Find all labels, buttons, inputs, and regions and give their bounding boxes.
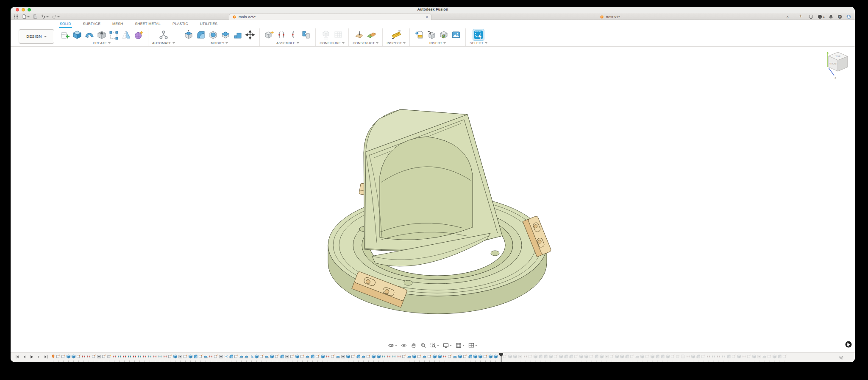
move-button[interactable] xyxy=(245,29,256,40)
timeline-feature-joint[interactable] xyxy=(153,354,157,360)
offset-plane-button[interactable] xyxy=(354,29,365,40)
timeline-feature-joint2[interactable] xyxy=(381,354,386,360)
timeline-feature-revolve[interactable] xyxy=(453,354,457,360)
suppressed-timeline-feature-fillet[interactable] xyxy=(660,354,665,360)
offset-face-button[interactable] xyxy=(220,29,231,40)
suppressed-timeline-feature-sketch[interactable] xyxy=(701,354,706,360)
suppressed-timeline-feature-hole[interactable] xyxy=(518,354,523,360)
derive-button[interactable] xyxy=(426,29,437,40)
timeline-feature-extrude[interactable] xyxy=(371,354,376,360)
insert-mcmaster-button[interactable]: M xyxy=(438,29,449,40)
workspace-switcher-button[interactable]: DESIGN xyxy=(19,29,54,44)
timeline-feature-revolve[interactable] xyxy=(239,354,244,360)
timeline-feature-joint[interactable] xyxy=(142,354,147,360)
notifications-icon[interactable]: 1 xyxy=(817,14,825,20)
timeline-feature-sketch[interactable] xyxy=(61,354,66,360)
ribbon-group-label[interactable]: INSPECT xyxy=(387,41,402,45)
insert-svg-button[interactable] xyxy=(414,29,425,40)
suppressed-timeline-feature-extrude[interactable] xyxy=(548,354,553,360)
document-tab-active[interactable]: main v25* × xyxy=(229,14,431,20)
timeline-feature-extrude[interactable] xyxy=(437,354,442,360)
zoom-button[interactable] xyxy=(420,342,427,349)
timeline-feature-extrude[interactable] xyxy=(478,354,483,360)
suppressed-timeline-feature-fillet[interactable] xyxy=(594,354,599,360)
profile-icon[interactable] xyxy=(846,14,851,20)
timeline-feature-joint[interactable] xyxy=(112,354,117,360)
timeline-feature-sketch[interactable] xyxy=(76,354,81,360)
suppressed-timeline-feature-fillet[interactable] xyxy=(569,354,573,360)
timeline-feature-sketch[interactable] xyxy=(275,354,279,360)
file-button[interactable] xyxy=(22,14,30,19)
timeline-feature-sketch[interactable] xyxy=(417,354,422,360)
application-grid-button[interactable] xyxy=(14,14,19,19)
suppressed-timeline-feature-sketch[interactable] xyxy=(589,354,594,360)
3d-viewport[interactable]: TOP FRONT Z xyxy=(11,47,855,352)
alerts-icon[interactable] xyxy=(828,14,834,20)
timeline-feature-sketch[interactable] xyxy=(463,354,467,360)
suppressed-timeline-feature-fillet[interactable] xyxy=(777,354,782,360)
suppressed-timeline-feature-joint[interactable] xyxy=(716,354,721,360)
timeline-playhead[interactable] xyxy=(499,353,504,362)
timeline-feature-joint2[interactable] xyxy=(117,354,122,360)
timeline-feature-joint2[interactable] xyxy=(158,354,162,360)
timeline-feature-sketch[interactable] xyxy=(315,354,320,360)
timeline-feature-revolve[interactable] xyxy=(422,354,427,360)
orbit-button[interactable] xyxy=(388,342,398,349)
timeline-feature-sketch[interactable] xyxy=(56,354,61,360)
timeline-feature-sketch[interactable] xyxy=(214,354,218,360)
form-button[interactable] xyxy=(133,29,144,40)
ribbon-group-label[interactable]: INSERT xyxy=(429,41,442,45)
suppressed-timeline-feature-fillet[interactable] xyxy=(564,354,568,360)
timeline-feature-extrude[interactable] xyxy=(473,354,478,360)
suppressed-timeline-feature-joint[interactable] xyxy=(686,354,690,360)
timeline-feature-joint[interactable] xyxy=(442,354,447,360)
timeline-feature-hole[interactable] xyxy=(97,354,101,360)
suppressed-timeline-feature-fillet[interactable] xyxy=(625,354,629,360)
help-icon[interactable]: ? xyxy=(837,14,843,20)
suppressed-timeline-feature-sketch[interactable] xyxy=(747,354,751,360)
ribbon-tab-sheet-metal[interactable]: SHEET METAL xyxy=(134,21,161,28)
suppressed-timeline-feature-revolve[interactable] xyxy=(635,354,640,360)
suppressed-timeline-feature-sketch[interactable] xyxy=(645,354,650,360)
ribbon-group-label[interactable]: MODIFY xyxy=(211,41,224,45)
new-component-button[interactable] xyxy=(264,29,275,40)
timeline-feature-sketch[interactable] xyxy=(300,354,305,360)
timeline-feature-sketch[interactable] xyxy=(168,354,172,360)
redo-button[interactable] xyxy=(52,14,60,19)
timeline-feature-revolve[interactable] xyxy=(361,354,366,360)
timeline-feature-extrude[interactable] xyxy=(295,354,300,360)
timeline-feature-sketch[interactable] xyxy=(331,354,335,360)
configuration-table-button[interactable] xyxy=(333,29,344,40)
timeline-feature-sketch[interactable] xyxy=(402,354,406,360)
viewport-cursor-badge[interactable] xyxy=(845,341,852,348)
ribbon-tab-mesh[interactable]: MESH xyxy=(111,21,124,28)
suppressed-timeline-feature-fillet[interactable] xyxy=(655,354,660,360)
timeline-feature-revolve[interactable] xyxy=(244,354,249,360)
suppressed-timeline-feature-hole[interactable] xyxy=(604,354,609,360)
timeline-feature-joint2[interactable] xyxy=(392,354,396,360)
suppressed-timeline-feature-sketch[interactable] xyxy=(767,354,772,360)
rigid-group-button[interactable] xyxy=(300,29,312,40)
timeline-feature-extrude[interactable] xyxy=(66,354,71,360)
midplane-button[interactable] xyxy=(366,29,377,40)
combine-button[interactable] xyxy=(232,29,243,40)
timeline-settings-gear-icon[interactable] xyxy=(838,355,844,360)
timeline-feature-extrude[interactable] xyxy=(412,354,417,360)
hole-button[interactable] xyxy=(96,29,107,40)
suppressed-timeline-feature-joint[interactable] xyxy=(523,354,528,360)
timeline-feature-hole[interactable] xyxy=(285,354,289,360)
timeline-feature-sketch[interactable] xyxy=(366,354,371,360)
timeline-feature-revolve[interactable] xyxy=(407,354,412,360)
create-sketch-button[interactable] xyxy=(59,29,70,40)
timeline-feature-extrude[interactable] xyxy=(458,354,462,360)
suppressed-timeline-feature-extrude[interactable] xyxy=(579,354,584,360)
ribbon-tab-solid[interactable]: SOLID xyxy=(59,21,72,28)
suppressed-timeline-feature-extrude[interactable] xyxy=(615,354,619,360)
timeline-feature-joint2[interactable] xyxy=(147,354,152,360)
timeline-feature-joint2[interactable] xyxy=(127,354,132,360)
suppressed-timeline-feature-sketch[interactable] xyxy=(528,354,533,360)
suppressed-timeline-feature-extrude[interactable] xyxy=(533,354,538,360)
timeline-feature-sketch[interactable] xyxy=(290,354,295,360)
go-to-end-button[interactable] xyxy=(44,355,48,359)
timeline-feature-extrude[interactable] xyxy=(188,354,193,360)
